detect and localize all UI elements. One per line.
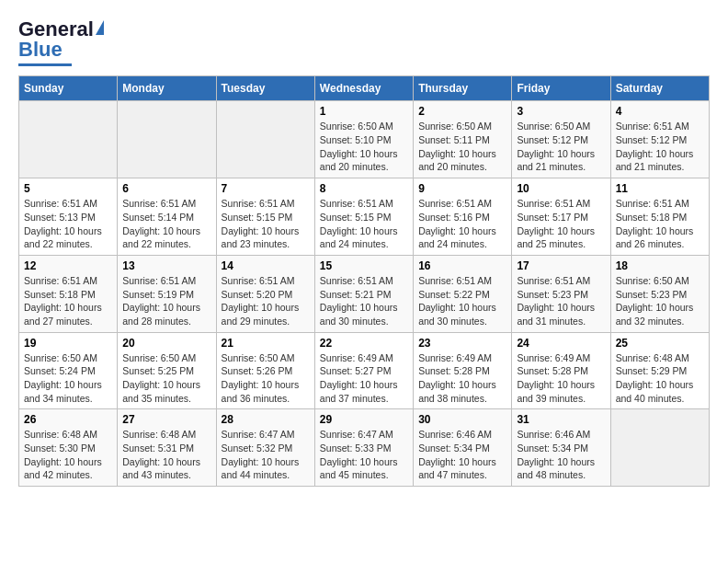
day-number: 6	[122, 182, 210, 195]
day-info: Sunrise: 6:50 AM Sunset: 5:25 PM Dayligh…	[122, 351, 210, 406]
calendar-cell: 8Sunrise: 6:51 AM Sunset: 5:15 PM Daylig…	[314, 178, 413, 256]
day-number: 17	[517, 259, 605, 272]
day-info: Sunrise: 6:50 AM Sunset: 5:11 PM Dayligh…	[418, 120, 506, 174]
day-info: Sunrise: 6:51 AM Sunset: 5:16 PM Dayligh…	[418, 197, 506, 251]
day-info: Sunrise: 6:48 AM Sunset: 5:29 PM Dayligh…	[616, 351, 704, 406]
calendar-cell: 24Sunrise: 6:49 AM Sunset: 5:28 PM Dayli…	[512, 332, 610, 409]
calendar-cell: 3Sunrise: 6:50 AM Sunset: 5:12 PM Daylig…	[512, 101, 610, 178]
day-number: 18	[616, 259, 704, 272]
day-info: Sunrise: 6:49 AM Sunset: 5:28 PM Dayligh…	[517, 351, 605, 406]
day-info: Sunrise: 6:48 AM Sunset: 5:30 PM Dayligh…	[24, 428, 112, 482]
day-number: 15	[320, 259, 408, 272]
calendar-cell: 18Sunrise: 6:50 AM Sunset: 5:23 PM Dayli…	[610, 255, 709, 332]
day-info: Sunrise: 6:51 AM Sunset: 5:18 PM Dayligh…	[616, 197, 704, 251]
day-number: 23	[418, 337, 506, 350]
logo-underline	[18, 63, 72, 66]
calendar-cell: 19Sunrise: 6:50 AM Sunset: 5:24 PM Dayli…	[19, 332, 118, 409]
header-sunday: Sunday	[19, 76, 118, 101]
day-number: 9	[418, 182, 506, 195]
calendar-cell: 6Sunrise: 6:51 AM Sunset: 5:14 PM Daylig…	[118, 178, 216, 256]
day-info: Sunrise: 6:51 AM Sunset: 5:15 PM Dayligh…	[320, 197, 408, 251]
day-info: Sunrise: 6:51 AM Sunset: 5:14 PM Dayligh…	[122, 197, 210, 251]
day-info: Sunrise: 6:50 AM Sunset: 5:10 PM Dayligh…	[320, 120, 408, 174]
day-info: Sunrise: 6:46 AM Sunset: 5:34 PM Dayligh…	[517, 428, 605, 482]
day-info: Sunrise: 6:47 AM Sunset: 5:32 PM Dayligh…	[222, 428, 310, 482]
calendar-cell: 29Sunrise: 6:47 AM Sunset: 5:33 PM Dayli…	[314, 409, 413, 487]
day-info: Sunrise: 6:48 AM Sunset: 5:31 PM Dayligh…	[122, 428, 210, 482]
day-number: 7	[222, 182, 310, 195]
day-info: Sunrise: 6:51 AM Sunset: 5:22 PM Dayligh…	[418, 274, 506, 328]
day-number: 31	[517, 413, 605, 426]
day-info: Sunrise: 6:49 AM Sunset: 5:27 PM Dayligh…	[320, 351, 408, 406]
day-info: Sunrise: 6:51 AM Sunset: 5:15 PM Dayligh…	[222, 197, 310, 251]
day-number: 14	[222, 259, 310, 272]
calendar-cell: 16Sunrise: 6:51 AM Sunset: 5:22 PM Dayli…	[414, 255, 512, 332]
page-header: General Blue	[18, 18, 710, 66]
day-number: 26	[24, 413, 112, 426]
calendar-cell: 1Sunrise: 6:50 AM Sunset: 5:10 PM Daylig…	[314, 101, 413, 178]
day-number: 3	[517, 105, 605, 118]
day-number: 25	[616, 337, 704, 350]
logo-line2: Blue	[18, 39, 63, 61]
day-info: Sunrise: 6:50 AM Sunset: 5:24 PM Dayligh…	[24, 351, 112, 406]
calendar-cell: 28Sunrise: 6:47 AM Sunset: 5:32 PM Dayli…	[216, 409, 314, 487]
week-row-3: 12Sunrise: 6:51 AM Sunset: 5:18 PM Dayli…	[19, 255, 710, 332]
header-row: SundayMondayTuesdayWednesdayThursdayFrid…	[19, 76, 710, 101]
day-info: Sunrise: 6:51 AM Sunset: 5:17 PM Dayligh…	[517, 197, 605, 251]
day-info: Sunrise: 6:51 AM Sunset: 5:13 PM Dayligh…	[24, 197, 112, 251]
calendar-cell: 25Sunrise: 6:48 AM Sunset: 5:29 PM Dayli…	[610, 332, 709, 409]
day-number: 28	[222, 413, 310, 426]
week-row-5: 26Sunrise: 6:48 AM Sunset: 5:30 PM Dayli…	[19, 409, 710, 487]
day-number: 11	[616, 182, 704, 195]
day-info: Sunrise: 6:51 AM Sunset: 5:18 PM Dayligh…	[24, 274, 112, 328]
day-number: 21	[222, 337, 310, 350]
calendar-cell: 30Sunrise: 6:46 AM Sunset: 5:34 PM Dayli…	[414, 409, 512, 487]
day-number: 27	[122, 413, 210, 426]
calendar-cell: 31Sunrise: 6:46 AM Sunset: 5:34 PM Dayli…	[512, 409, 610, 487]
calendar-cell: 5Sunrise: 6:51 AM Sunset: 5:13 PM Daylig…	[19, 178, 118, 256]
day-info: Sunrise: 6:50 AM Sunset: 5:26 PM Dayligh…	[222, 351, 310, 406]
week-row-4: 19Sunrise: 6:50 AM Sunset: 5:24 PM Dayli…	[19, 332, 710, 409]
day-number: 10	[517, 182, 605, 195]
day-info: Sunrise: 6:51 AM Sunset: 5:23 PM Dayligh…	[517, 274, 605, 328]
day-number: 30	[418, 413, 506, 426]
day-info: Sunrise: 6:51 AM Sunset: 5:19 PM Dayligh…	[122, 274, 210, 328]
day-number: 8	[320, 182, 408, 195]
calendar-cell: 21Sunrise: 6:50 AM Sunset: 5:26 PM Dayli…	[216, 332, 314, 409]
day-number: 1	[320, 105, 408, 118]
day-info: Sunrise: 6:51 AM Sunset: 5:20 PM Dayligh…	[222, 274, 310, 328]
calendar-cell: 7Sunrise: 6:51 AM Sunset: 5:15 PM Daylig…	[216, 178, 314, 256]
day-number: 4	[616, 105, 704, 118]
day-info: Sunrise: 6:50 AM Sunset: 5:12 PM Dayligh…	[517, 120, 605, 174]
calendar-cell: 23Sunrise: 6:49 AM Sunset: 5:28 PM Dayli…	[414, 332, 512, 409]
day-number: 19	[24, 337, 112, 350]
calendar-cell: 11Sunrise: 6:51 AM Sunset: 5:18 PM Dayli…	[610, 178, 709, 256]
calendar-cell: 12Sunrise: 6:51 AM Sunset: 5:18 PM Dayli…	[19, 255, 118, 332]
calendar-cell	[610, 409, 709, 487]
calendar-cell: 27Sunrise: 6:48 AM Sunset: 5:31 PM Dayli…	[118, 409, 216, 487]
day-number: 13	[122, 259, 210, 272]
day-number: 2	[418, 105, 506, 118]
calendar-cell: 26Sunrise: 6:48 AM Sunset: 5:30 PM Dayli…	[19, 409, 118, 487]
calendar-cell	[118, 101, 216, 178]
calendar-cell: 17Sunrise: 6:51 AM Sunset: 5:23 PM Dayli…	[512, 255, 610, 332]
week-row-2: 5Sunrise: 6:51 AM Sunset: 5:13 PM Daylig…	[19, 178, 710, 256]
day-info: Sunrise: 6:46 AM Sunset: 5:34 PM Dayligh…	[418, 428, 506, 482]
header-saturday: Saturday	[610, 76, 709, 101]
calendar-cell: 13Sunrise: 6:51 AM Sunset: 5:19 PM Dayli…	[118, 255, 216, 332]
day-number: 20	[122, 337, 210, 350]
calendar-cell	[19, 101, 118, 178]
calendar-cell: 14Sunrise: 6:51 AM Sunset: 5:20 PM Dayli…	[216, 255, 314, 332]
day-info: Sunrise: 6:51 AM Sunset: 5:12 PM Dayligh…	[616, 120, 704, 174]
calendar-cell	[216, 101, 314, 178]
day-info: Sunrise: 6:50 AM Sunset: 5:23 PM Dayligh…	[616, 274, 704, 328]
day-number: 5	[24, 182, 112, 195]
day-number: 29	[320, 413, 408, 426]
calendar-cell: 15Sunrise: 6:51 AM Sunset: 5:21 PM Dayli…	[314, 255, 413, 332]
calendar-cell: 2Sunrise: 6:50 AM Sunset: 5:11 PM Daylig…	[414, 101, 512, 178]
day-info: Sunrise: 6:49 AM Sunset: 5:28 PM Dayligh…	[418, 351, 506, 406]
calendar-cell: 9Sunrise: 6:51 AM Sunset: 5:16 PM Daylig…	[414, 178, 512, 256]
day-number: 16	[418, 259, 506, 272]
header-friday: Friday	[512, 76, 610, 101]
header-tuesday: Tuesday	[216, 76, 314, 101]
